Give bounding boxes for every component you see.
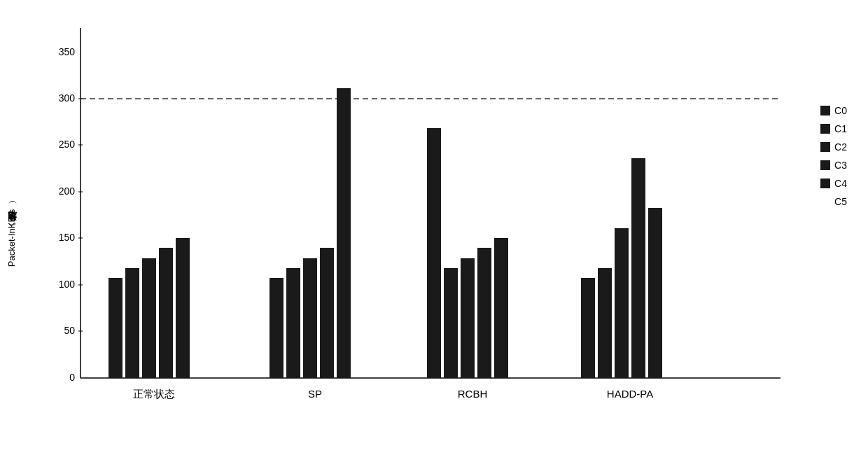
svg-rect-23 (270, 278, 284, 378)
svg-rect-24 (286, 268, 300, 378)
legend-item-c2: C2 (820, 141, 847, 153)
svg-rect-26 (320, 248, 334, 378)
legend-item-c0: C0 (820, 105, 847, 116)
legend-item-c1: C1 (820, 123, 847, 134)
legend-label-c5: C5 (834, 196, 847, 207)
svg-rect-18 (125, 268, 139, 378)
svg-rect-31 (461, 258, 475, 378)
svg-rect-29 (427, 128, 441, 378)
svg-text:300: 300 (59, 92, 76, 104)
svg-text:0: 0 (69, 372, 75, 383)
svg-text:250: 250 (59, 139, 76, 150)
svg-text:100: 100 (59, 279, 76, 290)
y-axis-label: Packet-In消息到达速率（KB/s） (6, 209, 18, 267)
svg-rect-37 (615, 228, 629, 378)
svg-rect-19 (142, 258, 156, 378)
legend: C0 C1 C2 C3 C4 C5 (820, 105, 847, 214)
legend-label-c2: C2 (834, 141, 847, 153)
svg-text:正常状态: 正常状态 (133, 388, 175, 400)
legend-color-c2 (820, 142, 830, 152)
svg-rect-17 (108, 278, 122, 378)
svg-rect-38 (631, 158, 645, 378)
svg-rect-39 (648, 208, 662, 378)
legend-color-c4 (820, 178, 830, 188)
svg-rect-36 (598, 268, 612, 378)
svg-rect-27 (337, 88, 351, 378)
legend-item-c3: C3 (820, 160, 847, 171)
legend-label-c0: C0 (834, 105, 847, 116)
legend-item-c5: C5 (820, 196, 847, 207)
legend-item-c4: C4 (820, 178, 847, 189)
svg-rect-35 (581, 278, 595, 378)
svg-rect-20 (159, 248, 173, 378)
svg-text:SP: SP (308, 388, 322, 400)
legend-color-c1 (820, 124, 830, 134)
svg-rect-32 (477, 248, 491, 378)
svg-text:350: 350 (59, 46, 76, 57)
svg-text:200: 200 (59, 186, 76, 197)
svg-rect-21 (176, 238, 190, 378)
svg-rect-25 (303, 258, 317, 378)
svg-text:RCBH: RCBH (458, 388, 488, 400)
svg-text:150: 150 (59, 232, 76, 243)
legend-color-c0 (820, 106, 830, 115)
legend-color-c3 (820, 160, 830, 170)
svg-text:50: 50 (64, 325, 75, 336)
legend-color-c5 (820, 197, 830, 206)
svg-rect-30 (444, 268, 458, 378)
legend-label-c3: C3 (834, 160, 847, 171)
legend-label-c1: C1 (834, 123, 847, 134)
svg-rect-33 (494, 238, 508, 378)
chart-container: Packet-In消息到达速率（KB/s） 0 50 100 150 200 2… (0, 0, 868, 476)
chart-svg: 0 50 100 150 200 250 300 350 (38, 21, 822, 434)
legend-label-c4: C4 (834, 178, 847, 189)
svg-text:HADD-PA: HADD-PA (607, 388, 653, 400)
